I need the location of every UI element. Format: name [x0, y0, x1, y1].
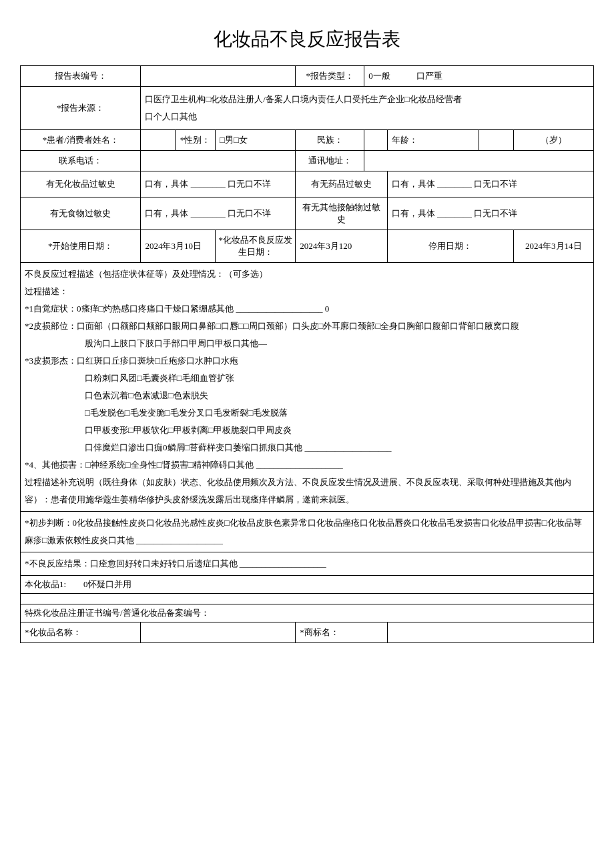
report-form-table: 报告表编号： *报告类型： 0一般 口严重 *报告来源： 口医疗卫生机构□化妆品…: [20, 65, 594, 643]
report-type-opts[interactable]: 0一般 口严重: [364, 66, 594, 87]
start-date-label: *开始使用日期：: [21, 230, 141, 263]
supplement-text: 过程描述补充说明（既往身体（如皮肤）状态、化妆品使用频次及方法、不良反应发生情况…: [25, 474, 589, 508]
symptom-4[interactable]: *4、其他损害：□神经系统□全身性□肾损害□精神障碍口其他 __________…: [25, 456, 589, 474]
process-label: 过程描述：: [25, 283, 589, 300]
report-no-value[interactable]: [141, 66, 296, 87]
other-allergy-label: 有无其他接触物过敏史: [296, 197, 387, 230]
symptom-3a[interactable]: *3皮损形杰：口红斑口丘疹口斑块□丘疱疹口水肿口水疱: [25, 352, 589, 370]
symptom-1[interactable]: *1自觉症状：0瘙痒□灼热感口疼痛口干燥口紧绷感其他 _____________…: [25, 300, 589, 318]
food-allergy-opts[interactable]: 口有，具体 ________ 口无口不详: [141, 197, 296, 230]
symptom-3d[interactable]: □毛发脱色□毛发变脆□毛发分叉口毛发断裂□毛发脱落: [25, 404, 589, 422]
brand-value[interactable]: [387, 622, 593, 643]
report-type-label: *报告类型：: [296, 66, 364, 87]
reg-no-row[interactable]: 特殊化妆品注册证书编号/普通化妆品备案编号：: [21, 604, 594, 622]
judgment-block[interactable]: *初步判断：0化妆品接触性皮炎口化妆品光感性皮炎□化妆品皮肤色素异常口化妆品痤疮…: [21, 512, 594, 552]
ethnic-value[interactable]: [364, 130, 387, 151]
start-date-value[interactable]: 2024年3月10日: [141, 230, 216, 263]
symptom-3b[interactable]: 口粉刺口风团□毛囊炎样□毛细血管扩张: [25, 370, 589, 387]
stop-date-value[interactable]: 2024年3月14日: [513, 230, 593, 263]
other-allergy-opts[interactable]: 口有，具体 ________ 口无口不详: [387, 197, 593, 230]
symptom-3f[interactable]: 口倖糜烂口渗出口痂0鳞屑□苔藓样变口萎缩口抓痕口其他 _____________…: [25, 439, 589, 456]
cosmetic-allergy-opts[interactable]: 口有，具体 ________ 口无口不详: [141, 171, 296, 197]
result-block[interactable]: *不良反应结果：口痊愈回好转口未好转口后遗症口其他 ______________…: [21, 552, 594, 576]
product1-block[interactable]: 本化妆品1: 0怀疑口并用: [21, 576, 594, 594]
report-source-label: *报告来源：: [21, 87, 141, 130]
patient-name-value[interactable]: [141, 130, 176, 151]
description-block: 不良反应过程描述（包括症状体征等）及处理情况：（可多选） 过程描述： *1自觉症…: [21, 263, 594, 512]
symptom-3c[interactable]: 口色素沉着□色素减退□色素脱失: [25, 387, 589, 404]
spacer-row: [21, 594, 594, 604]
desc-header: 不良反应过程描述（包括症状体征等）及处理情况：（可多选）: [25, 266, 589, 283]
age-label: 年龄：: [387, 130, 479, 151]
phone-value[interactable]: [141, 151, 296, 171]
food-allergy-label: 有无食物过敏史: [21, 197, 141, 230]
symptom-3e[interactable]: 口甲板变形□甲板软化□甲板剥离□甲板脆裂口甲周皮炎: [25, 422, 589, 439]
product-name-value[interactable]: [141, 622, 296, 643]
phone-label: 联系电话：: [21, 151, 141, 171]
page-title: 化妆品不良反应报告表: [20, 27, 594, 52]
report-source-opts[interactable]: 口医疗卫生机构□化妆品注册人/备案人口境内责任人口受托生产企业□化妆品经营者 口…: [141, 87, 594, 130]
address-label: 通讯地址：: [296, 151, 364, 171]
product-name-label: *化妆品名称：: [21, 622, 141, 643]
drug-allergy-label: 有无药品过敏史: [296, 171, 387, 197]
gender-opts[interactable]: □男□女: [216, 130, 296, 151]
gender-label: *性别：: [175, 130, 215, 151]
stop-date-label: 停用日期：: [387, 230, 513, 263]
brand-label: *商标名：: [296, 622, 387, 643]
patient-name-label: *患者/消费者姓名：: [21, 130, 141, 151]
symptom-2b[interactable]: 股沟口上肢口下肢口手部口甲周口甲板口其他—: [25, 335, 589, 352]
report-no-label: 报告表编号：: [21, 66, 141, 87]
symptom-2a[interactable]: *2皮损部位：口面部（口额部口颊部口眼周口鼻部□口唇□□周口颈部）口头皮□外耳廓…: [25, 318, 589, 335]
age-unit: （岁）: [513, 130, 593, 151]
age-value[interactable]: [479, 130, 514, 151]
cosmetic-allergy-label: 有无化妆品过敏史: [21, 171, 141, 197]
ethnic-label: 民族：: [296, 130, 364, 151]
reaction-date-label: *化妆品不良反应发生日期：: [216, 230, 296, 263]
reaction-date-value[interactable]: 2024年3月120: [296, 230, 387, 263]
drug-allergy-opts[interactable]: 口有，具体 ________ 口无口不详: [387, 171, 593, 197]
address-value[interactable]: [364, 151, 594, 171]
